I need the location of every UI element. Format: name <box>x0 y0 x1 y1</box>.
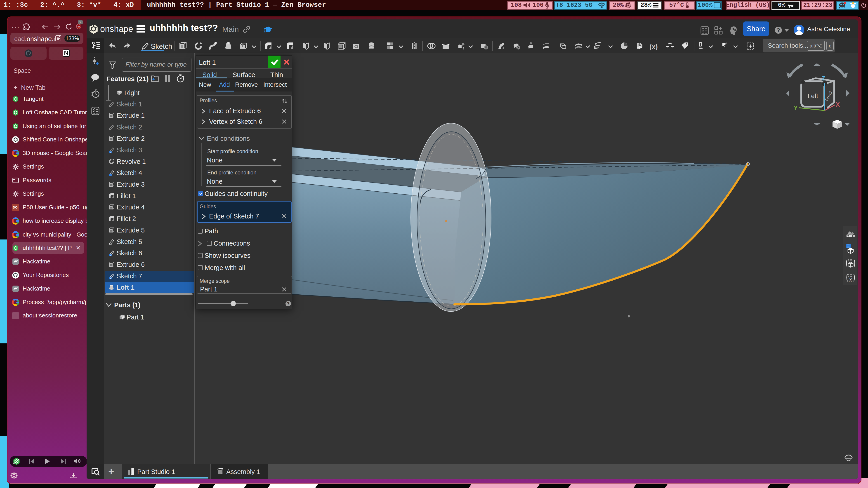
svg-text:X: X <box>836 101 840 108</box>
svg-text:Left: Left <box>808 92 818 99</box>
svg-text:x: x <box>849 276 852 283</box>
svg-text:Y: Y <box>794 105 798 111</box>
svg-text:Z: Z <box>822 75 826 82</box>
